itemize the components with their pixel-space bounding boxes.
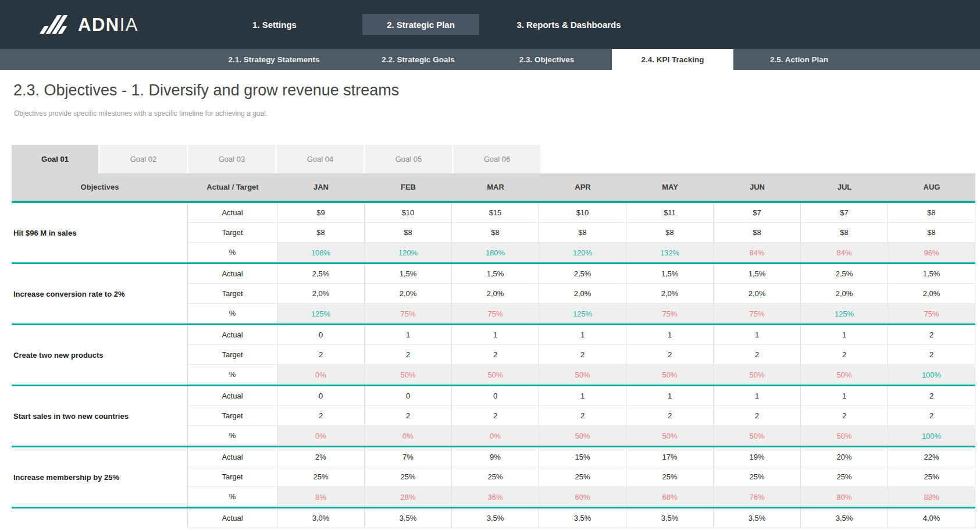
cell-actual-mar[interactable]: 1 xyxy=(452,325,539,345)
cell-target-mar[interactable]: 2 xyxy=(452,345,539,365)
cell-actual-mar[interactable]: $15 xyxy=(452,203,539,223)
cell-actual-feb[interactable]: 3,5% xyxy=(365,508,452,528)
cell-percent-jan[interactable]: 8% xyxy=(277,487,365,507)
cell-actual-may[interactable]: 17% xyxy=(626,447,714,467)
cell-target-apr[interactable]: 2,0% xyxy=(539,284,626,304)
subtab-2-3-objectives[interactable]: 2.3. Objectives xyxy=(489,49,605,70)
cell-actual-apr[interactable]: $10 xyxy=(539,203,626,223)
objective-label[interactable] xyxy=(12,508,188,528)
cell-percent-apr[interactable]: 50% xyxy=(539,365,626,385)
cell-actual-mar[interactable]: 3,5% xyxy=(452,508,539,528)
cell-percent-may[interactable]: 50% xyxy=(626,365,714,385)
cell-actual-feb[interactable]: 7% xyxy=(365,447,452,467)
cell-actual-feb[interactable]: 0 xyxy=(365,386,452,406)
cell-actual-may[interactable]: 1 xyxy=(626,325,714,345)
cell-target-jun[interactable]: 2 xyxy=(714,345,801,365)
cell-percent-jul[interactable]: 50% xyxy=(801,365,888,385)
cell-target-jun[interactable]: 25% xyxy=(714,467,801,487)
cell-percent-aug[interactable]: 100% xyxy=(888,426,975,446)
cell-actual-jan[interactable]: 3,0% xyxy=(277,508,365,528)
nav-tab-2-strategic-plan[interactable]: 2. Strategic Plan xyxy=(362,14,479,35)
cell-percent-apr[interactable]: 120% xyxy=(539,243,626,262)
cell-percent-aug[interactable]: 88% xyxy=(888,487,975,507)
cell-target-jul[interactable]: $8 xyxy=(801,223,888,243)
cell-target-apr[interactable]: 25% xyxy=(539,467,626,487)
subtab-2-5-action-plan[interactable]: 2.5. Action Plan xyxy=(741,49,857,70)
cell-percent-jun[interactable]: 50% xyxy=(714,426,801,446)
cell-percent-feb[interactable]: 50% xyxy=(365,365,452,385)
goal-tab-goal-06[interactable]: Goal 06 xyxy=(454,145,540,173)
cell-percent-feb[interactable]: 120% xyxy=(365,243,452,262)
cell-percent-jul[interactable]: 125% xyxy=(801,304,888,323)
cell-target-may[interactable]: 2 xyxy=(626,345,714,365)
cell-percent-jul[interactable]: 50% xyxy=(801,426,888,446)
cell-target-apr[interactable]: 2 xyxy=(539,406,626,426)
cell-percent-mar[interactable]: 36% xyxy=(452,487,539,507)
cell-target-feb[interactable]: 2 xyxy=(365,345,452,365)
objective-label[interactable]: Create two new products xyxy=(12,325,188,385)
cell-target-may[interactable]: 2,0% xyxy=(626,284,714,304)
cell-percent-mar[interactable]: 75% xyxy=(452,304,539,323)
objective-label[interactable]: Hit $96 M in sales xyxy=(12,203,188,262)
cell-target-jul[interactable]: 2,0% xyxy=(801,284,888,304)
cell-target-mar[interactable]: 25% xyxy=(452,467,539,487)
cell-percent-apr[interactable]: 50% xyxy=(539,426,626,446)
cell-actual-apr[interactable]: 1 xyxy=(539,325,626,345)
cell-actual-aug[interactable]: 1,5% xyxy=(888,264,975,284)
cell-percent-feb[interactable]: 75% xyxy=(365,304,452,323)
objective-label[interactable]: Start sales in two new countries xyxy=(12,386,188,446)
cell-actual-jul[interactable]: 20% xyxy=(801,447,888,467)
cell-percent-jun[interactable]: 76% xyxy=(714,487,801,507)
cell-percent-may[interactable]: 68% xyxy=(626,487,714,507)
cell-actual-apr[interactable]: 15% xyxy=(539,447,626,467)
subtab-2-1-strategy-statements[interactable]: 2.1. Strategy Statements xyxy=(216,49,332,70)
goal-tab-goal-03[interactable]: Goal 03 xyxy=(188,145,275,173)
cell-target-aug[interactable]: 25% xyxy=(888,467,975,487)
cell-target-jul[interactable]: 2 xyxy=(801,345,888,365)
cell-percent-mar[interactable]: 180% xyxy=(452,243,539,262)
cell-percent-feb[interactable]: 0% xyxy=(365,426,452,446)
cell-actual-may[interactable]: $11 xyxy=(626,203,714,223)
cell-target-may[interactable]: 25% xyxy=(626,467,714,487)
cell-percent-feb[interactable]: 28% xyxy=(365,487,452,507)
cell-target-jan[interactable]: $8 xyxy=(277,223,365,243)
cell-target-jan[interactable]: 2,0% xyxy=(277,284,365,304)
cell-actual-jul[interactable]: 1 xyxy=(801,325,888,345)
cell-percent-jan[interactable]: 0% xyxy=(277,426,365,446)
cell-target-feb[interactable]: 2,0% xyxy=(365,284,452,304)
cell-actual-jun[interactable]: 1 xyxy=(714,386,801,406)
cell-actual-aug[interactable]: $8 xyxy=(888,203,975,223)
cell-percent-may[interactable]: 75% xyxy=(626,304,714,323)
cell-actual-apr[interactable]: 2,5% xyxy=(539,264,626,284)
cell-actual-jan[interactable]: 2,5% xyxy=(277,264,365,284)
cell-actual-jul[interactable]: 2,5% xyxy=(801,264,888,284)
subtab-2-4-kpi-tracking[interactable]: 2.4. KPI Tracking xyxy=(612,49,733,70)
cell-actual-mar[interactable]: 0 xyxy=(452,386,539,406)
cell-target-jan[interactable]: 25% xyxy=(277,467,365,487)
cell-actual-jun[interactable]: 1,5% xyxy=(714,264,801,284)
cell-actual-jan[interactable]: 2% xyxy=(277,447,365,467)
nav-tab-3-reports-dashboards[interactable]: 3. Reports & Dashboards xyxy=(496,0,642,49)
cell-percent-mar[interactable]: 50% xyxy=(452,365,539,385)
goal-tab-goal-04[interactable]: Goal 04 xyxy=(277,145,364,173)
cell-actual-aug[interactable]: 2 xyxy=(888,386,975,406)
cell-target-feb[interactable]: 2 xyxy=(365,406,452,426)
cell-actual-apr[interactable]: 3,5% xyxy=(539,508,626,528)
cell-target-jun[interactable]: $8 xyxy=(714,223,801,243)
cell-target-apr[interactable]: 2 xyxy=(539,345,626,365)
cell-target-jun[interactable]: 2,0% xyxy=(714,284,801,304)
cell-actual-may[interactable]: 1 xyxy=(626,386,714,406)
cell-percent-jul[interactable]: 80% xyxy=(801,487,888,507)
cell-target-feb[interactable]: 25% xyxy=(365,467,452,487)
cell-actual-jan[interactable]: 0 xyxy=(277,325,365,345)
cell-percent-jun[interactable]: 75% xyxy=(714,304,801,323)
cell-target-aug[interactable]: $8 xyxy=(888,223,975,243)
nav-tab-1-settings[interactable]: 1. Settings xyxy=(216,0,333,49)
cell-percent-jan[interactable]: 0% xyxy=(277,365,365,385)
cell-actual-jul[interactable]: 1 xyxy=(801,386,888,406)
cell-target-mar[interactable]: 2 xyxy=(452,406,539,426)
cell-target-jan[interactable]: 2 xyxy=(277,406,365,426)
cell-actual-jun[interactable]: 19% xyxy=(714,447,801,467)
cell-target-mar[interactable]: 2,0% xyxy=(452,284,539,304)
cell-actual-apr[interactable]: 1 xyxy=(539,386,626,406)
